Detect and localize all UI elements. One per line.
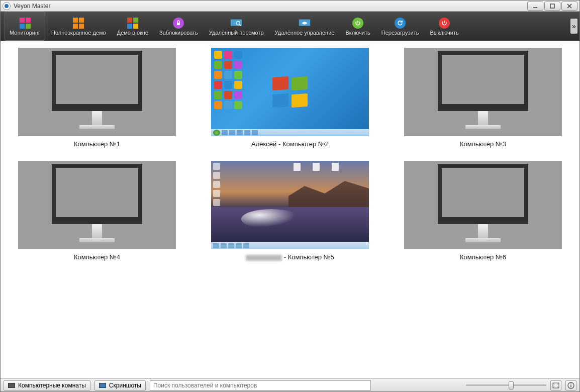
computer-cell[interactable]: Алексей - Компьютер №2 [210, 48, 370, 148]
lock-label: Заблокировать [159, 30, 198, 36]
zoom-slider[interactable] [466, 381, 546, 390]
remote-view-button[interactable]: Удалённый просмотр [204, 12, 269, 41]
monitor-icon [8, 383, 15, 388]
monitor-icon [52, 164, 142, 224]
computer-label: Компьютер №1 [74, 140, 120, 148]
reboot-button[interactable]: Перезагрузить [376, 12, 424, 41]
computer-thumbnail-offline [404, 48, 562, 136]
computer-label: Компьютер №6 [460, 253, 506, 261]
window-demo-label: Демо в окне [117, 30, 148, 36]
svg-point-11 [570, 383, 571, 384]
app-icon [3, 2, 11, 10]
search-input[interactable] [150, 380, 371, 390]
computer-thumbnail-offline [18, 48, 176, 136]
computer-thumbnail-offline [404, 161, 562, 249]
monitoring-label: Мониторинг [10, 30, 40, 36]
remote-control-label: Удалённое управление [275, 30, 335, 36]
power-off-icon [438, 18, 451, 29]
computer-cell[interactable]: Компьютер №6 [403, 161, 563, 261]
toolbar-overflow-button[interactable]: » [570, 19, 577, 34]
fullscreen-demo-icon [72, 18, 85, 29]
screenshots-label: Скриншоты [109, 382, 141, 389]
computer-thumbnail-live [211, 48, 369, 136]
camera-icon [99, 383, 106, 388]
title-bar[interactable]: Veyon Master [1, 1, 579, 12]
remote-control-icon [298, 18, 311, 29]
status-bar: Компьютерные комнаты Скриншоты [1, 378, 579, 391]
computer-thumbnail-offline [18, 161, 176, 249]
lock-icon [172, 18, 185, 29]
fullscreen-demo-label: Полноэкранное демо [51, 30, 106, 36]
monitoring-icon [19, 18, 32, 29]
svg-rect-4 [177, 23, 180, 25]
computer-cell[interactable]: Компьютер №3 [403, 48, 563, 148]
remote-control-button[interactable]: Удалённое управление [270, 12, 340, 41]
reboot-icon [394, 18, 407, 29]
minimize-button[interactable] [527, 2, 543, 11]
monitor-icon [438, 164, 528, 224]
window-demo-button[interactable]: Демо в окне [112, 12, 153, 41]
power-off-label: Выключить [430, 30, 458, 36]
computer-label: Алексей - Компьютер №2 [251, 140, 329, 148]
zoom-slider-thumb[interactable] [509, 381, 514, 389]
computer-rooms-label: Компьютерные комнаты [18, 382, 86, 389]
close-button[interactable] [561, 2, 577, 11]
monitor-icon [438, 51, 528, 111]
power-on-icon [351, 18, 364, 29]
computer-grid-area: Компьютер №1 Алексей - Компьютер №2 Комп… [1, 41, 579, 378]
power-off-button[interactable]: Выключить [425, 12, 463, 41]
remote-view-label: Удалённый просмотр [209, 30, 264, 36]
about-button[interactable] [565, 380, 576, 390]
reboot-label: Перезагрузить [381, 30, 419, 36]
power-on-button[interactable]: Включить [340, 12, 375, 41]
maximize-button[interactable] [544, 2, 560, 11]
computer-label: - Компьютер №5 [246, 253, 334, 261]
obscured-username [246, 255, 282, 261]
svg-rect-12 [570, 385, 571, 387]
window-title: Veyon Master [14, 3, 50, 10]
computer-cell[interactable]: Компьютер №1 [17, 48, 177, 148]
main-toolbar: Мониторинг Полноэкранное демо Демо в окн… [1, 12, 579, 41]
svg-rect-1 [550, 4, 554, 8]
lock-button[interactable]: Заблокировать [154, 12, 203, 41]
monitoring-button[interactable]: Мониторинг [5, 12, 45, 41]
computer-label: Компьютер №3 [460, 140, 506, 148]
window-demo-icon [126, 18, 139, 29]
monitor-icon [52, 51, 142, 111]
fullscreen-demo-button[interactable]: Полноэкранное демо [46, 12, 111, 41]
computer-label: Компьютер №4 [74, 253, 120, 261]
remote-view-icon [230, 18, 243, 29]
computer-thumbnail-live [211, 161, 369, 249]
windows-logo-icon [272, 77, 308, 107]
computer-cell[interactable]: - Компьютер №5 [210, 161, 370, 261]
power-on-label: Включить [345, 30, 370, 36]
screenshots-button[interactable]: Скриншоты [94, 380, 146, 390]
app-window: Veyon Master Мониторинг Полноэкранное де… [0, 0, 580, 392]
auto-fit-button[interactable] [550, 380, 561, 390]
computer-rooms-button[interactable]: Компьютерные комнаты [4, 380, 90, 390]
computer-cell[interactable]: Компьютер №4 [17, 161, 177, 261]
